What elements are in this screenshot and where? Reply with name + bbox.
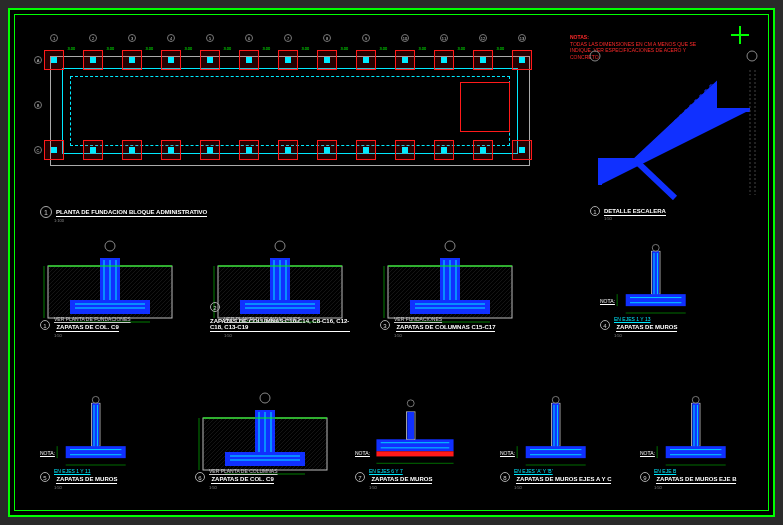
detail-scale: 1:50 (209, 485, 335, 490)
dimension-text: 3.00 (146, 46, 154, 51)
title-bubble: 7 (355, 472, 365, 482)
grid-bubble-col: 3 (128, 34, 136, 42)
dimension-text: 3.00 (224, 46, 232, 51)
svg-point-103 (692, 396, 699, 403)
dimension-text: 3.00 (419, 46, 427, 51)
svg-point-29 (275, 241, 285, 251)
grid-bubble-col: 6 (245, 34, 253, 42)
svg-rect-76 (376, 439, 453, 451)
detail-title: ZAPATAS DE COL. C9 (211, 476, 273, 484)
detail-subcaption: EN EJES 1 Y 11 (54, 468, 91, 474)
main-plan-title: 1 PLANTA DE FUNDACION BLOQUE ADMINISTRAT… (40, 206, 207, 223)
column-icon (207, 57, 213, 63)
column-icon (51, 57, 57, 63)
dimension-text: 3.00 (458, 46, 466, 51)
title-text: DETALLE ESCALERA (604, 208, 666, 216)
detail-subcaption: VER PLANTA DE FUNDACIONES (224, 316, 301, 322)
nota-label: NOTA: (640, 450, 655, 456)
column-icon (324, 147, 330, 153)
stair-opening (460, 82, 510, 132)
svg-rect-32 (410, 300, 490, 314)
grid-bubble-row: C (34, 146, 42, 154)
svg-rect-6 (70, 300, 150, 314)
dimension-text: 3.00 (341, 46, 349, 51)
svg-rect-96 (692, 403, 699, 446)
column-icon (480, 57, 486, 63)
nota-label: NOTA: (500, 450, 515, 456)
foundation-plan: 12345678910111213ABC 3.003.003.003.003.0… (40, 32, 540, 182)
svg-point-3 (747, 51, 757, 61)
detail-title: ZAPATAS DE MUROS (56, 476, 117, 484)
grid-bubble-col: 13 (518, 34, 526, 42)
svg-point-83 (407, 400, 414, 407)
detail-subcaption: EN EJE B (654, 468, 676, 474)
detail-title: ZAPATAS DE MUROS EJES A Y C (516, 476, 611, 484)
dimension-text: 3.00 (68, 46, 76, 51)
svg-rect-86 (552, 403, 559, 446)
column-icon (519, 147, 525, 153)
column-icon (324, 57, 330, 63)
grid-bubble-row: A (34, 56, 42, 64)
grid-bubble-col: 9 (362, 34, 370, 42)
title-bubble: 4 (600, 320, 610, 330)
notes-heading: NOTAS: (570, 34, 589, 40)
detail-title: ZAPATAS DE MUROS (371, 476, 432, 484)
column-icon (519, 57, 525, 63)
grid-bubble-col: 8 (323, 34, 331, 42)
title-scale: 1:50 (604, 216, 666, 221)
dimension-text: 3.00 (263, 46, 271, 51)
column-icon (441, 147, 447, 153)
detail-title: ZAPATAS DE COL. C9 (56, 324, 118, 332)
detail-scale: 1:50 (654, 485, 760, 490)
column-icon (168, 57, 174, 63)
column-icon (285, 57, 291, 63)
grid-bubble-col: 11 (440, 34, 448, 42)
title-bubble: 1 (40, 320, 50, 330)
column-icon (129, 57, 135, 63)
svg-rect-78 (407, 412, 414, 439)
detail-scale: 1:50 (369, 485, 475, 490)
detail-subcaption: EN EJES 1 Y 13 (614, 316, 651, 322)
plan-wall-line-2 (70, 76, 510, 146)
svg-point-52 (652, 244, 659, 251)
column-icon (246, 57, 252, 63)
svg-rect-54 (66, 446, 126, 458)
column-icon (246, 147, 252, 153)
detail-scale: 1:50 (514, 485, 620, 490)
title-bubble: 1 (40, 206, 52, 218)
dimension-text: 3.00 (302, 46, 310, 51)
svg-point-16 (105, 241, 115, 251)
detail-title: ZAPATAS DE MUROS EJE B (656, 476, 736, 484)
grid-bubble-col: 7 (284, 34, 292, 42)
drawing-sheet: NOTAS: TODAS LAS DIMENSIONES EN CM A MEN… (8, 8, 775, 517)
stair-title: 1 DETALLE ESCALERA 1:50 (590, 206, 666, 221)
column-icon (285, 147, 291, 153)
grid-bubble-col: 2 (89, 34, 97, 42)
title-bubble: 3 (380, 320, 390, 330)
detail-subcaption: VER PLANTA DE COLUMNAS (209, 468, 278, 474)
column-icon (402, 57, 408, 63)
dimension-text: 3.00 (497, 46, 505, 51)
stair-detail (580, 50, 760, 200)
detail-subcaption: EN EJES 6 Y 7 (369, 468, 403, 474)
title-bubble: 1 (590, 206, 600, 216)
grid-bubble-col: 10 (401, 34, 409, 42)
north-arrow-icon (731, 26, 749, 44)
column-icon (441, 57, 447, 63)
column-icon (363, 57, 369, 63)
title-text: PLANTA DE FUNDACION BLOQUE ADMINISTRATIV… (56, 209, 207, 217)
svg-rect-81 (376, 451, 453, 456)
detail-subcaption: EN EJES 'A' Y 'B' (514, 468, 553, 474)
title-bubble: 6 (195, 472, 205, 482)
detail-title: ZAPATAS DE MUROS (616, 324, 677, 332)
dimension-text: 3.00 (185, 46, 193, 51)
title-scale: 1:100 (54, 218, 207, 223)
column-icon (51, 147, 57, 153)
svg-rect-85 (526, 446, 586, 458)
detail-title: ZAPATAS DE COLUMNAS C15-C17 (396, 324, 495, 332)
title-bubble: 5 (40, 472, 50, 482)
nota-label: NOTA: (355, 450, 370, 456)
svg-point-62 (92, 396, 99, 403)
title-bubble: 2 (210, 302, 220, 312)
svg-rect-55 (92, 403, 99, 446)
